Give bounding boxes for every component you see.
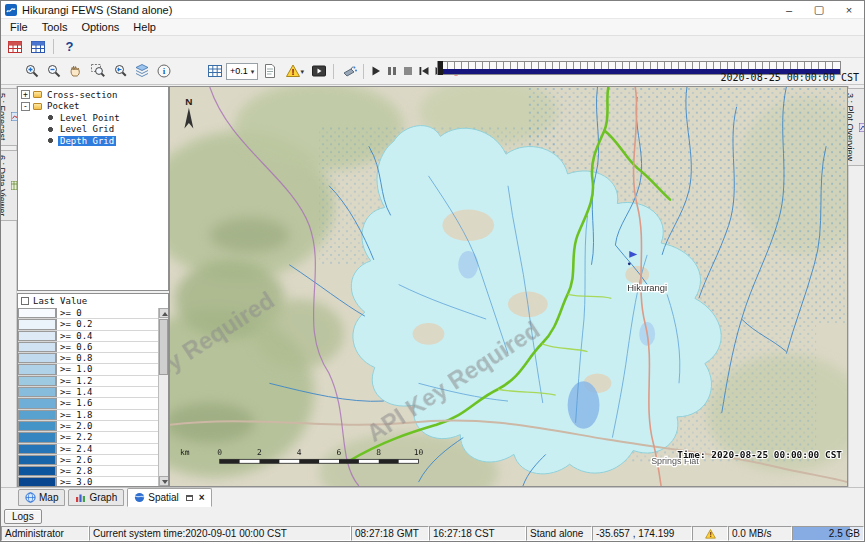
legend-swatch (18, 466, 56, 476)
float-window-icon[interactable] (186, 495, 193, 501)
legend-swatch (18, 353, 56, 363)
legend-list: >= 0 >= 0.2 >= 0.4 (18, 308, 168, 486)
status-download-rate: 0.0 MB/s (728, 526, 792, 541)
pan-hand-icon[interactable] (65, 61, 86, 81)
legend-row: >= 2.4 (18, 444, 158, 455)
legend-label: >= 0.6 (56, 342, 158, 352)
legend-swatch (18, 432, 56, 442)
tree-item[interactable]: Level Point (18, 112, 168, 124)
tree-item-label: Depth Grid (58, 136, 116, 146)
svg-text:2: 2 (257, 448, 262, 457)
tab-spatial[interactable]: Spatial × (127, 488, 211, 507)
legend-label: >= 1.6 (56, 398, 158, 408)
zoom-region-icon[interactable] (87, 61, 108, 81)
skip-start-icon[interactable] (416, 62, 431, 80)
status-memory: 2.5 GB (792, 526, 864, 541)
tree-expander-icon[interactable]: - (21, 102, 30, 111)
logs-row: Logs (1, 507, 864, 526)
legend-row: >= 0.6 (18, 342, 158, 353)
minimize-button[interactable]: – (774, 1, 804, 18)
chevron-down-icon: ▾ (301, 68, 305, 75)
maximize-button[interactable]: ▢ (804, 1, 834, 18)
svg-text:0: 0 (217, 448, 222, 457)
status-bar: Administrator Current system time:2020-0… (1, 526, 864, 541)
zoom-out-icon[interactable] (43, 61, 64, 81)
tab-forecast-label: 5 : Forecast (0, 93, 7, 141)
spatial-sphere-icon (134, 492, 145, 503)
legend-row: >= 2.6 (18, 455, 158, 466)
app-window: Hikurangi FEWS (Stand alone) – ▢ × File … (0, 0, 865, 542)
tree-item[interactable]: Depth Grid (18, 135, 168, 147)
tree-node-icon (33, 91, 42, 98)
tree-node-icon (46, 125, 55, 134)
tree-node-icon (33, 103, 42, 110)
pause-icon[interactable] (384, 62, 399, 80)
bottom-tab-bar: Map Graph Spatial × (1, 487, 864, 507)
legend-label: >= 0.8 (56, 353, 158, 363)
legend-row: >= 1.0 (18, 364, 158, 375)
legend-swatch (18, 398, 56, 408)
svg-text:N: N (185, 96, 192, 107)
timeseries-document-icon[interactable] (259, 61, 280, 81)
legend-row: >= 2.8 (18, 466, 158, 477)
legend-panel: Last Value >= 0 >= 0.2 (17, 293, 169, 487)
map-canvas[interactable]: API Key Required API Key Required N Hiku… (170, 87, 847, 486)
legend-row: >= 0 (18, 308, 158, 319)
legend-swatch (18, 421, 56, 431)
grid-display-icon[interactable] (204, 61, 225, 81)
time-slider-handle[interactable] (438, 61, 443, 75)
legend-label: >= 0.4 (56, 331, 158, 341)
tree-item[interactable]: + Cross-section (18, 89, 168, 101)
tab-close-icon[interactable]: × (199, 492, 205, 503)
tree-expander-icon[interactable]: + (21, 90, 30, 99)
status-local-time: 16:27:18 CST (429, 526, 526, 541)
scale-unit: km (180, 448, 190, 457)
scroll-up-icon[interactable] (159, 308, 169, 318)
explorer-panel-icon[interactable] (4, 37, 25, 57)
threshold-combo[interactable]: +0.1 ▾ (226, 63, 258, 80)
menu-item[interactable]: Options (74, 20, 126, 34)
tab-graph[interactable]: Graph (68, 489, 124, 506)
layers-icon[interactable] (131, 61, 152, 81)
menu-item[interactable]: Tools (35, 20, 75, 34)
logs-button[interactable]: Logs (4, 509, 42, 524)
map-area[interactable]: API Key Required API Key Required N Hiku… (169, 86, 848, 487)
tab-map-label: Map (39, 492, 58, 503)
tree-item-label: Pocket (45, 101, 82, 111)
threshold-value: +0.1 (230, 66, 248, 76)
play-icon[interactable] (368, 62, 383, 80)
legend-row: >= 0.2 (18, 319, 158, 330)
legend-swatch (18, 376, 56, 386)
zoom-previous-icon[interactable] (109, 61, 130, 81)
close-button[interactable]: × (834, 1, 864, 18)
chevron-down-icon: ▾ (251, 68, 255, 75)
toolbar-separator (333, 64, 334, 79)
legend-scrollbar[interactable] (158, 308, 168, 486)
stop-icon[interactable] (400, 62, 415, 80)
menu-item[interactable]: Help (126, 20, 163, 34)
tree-item-label: Cross-section (45, 90, 119, 100)
status-gmt-time: 08:27:18 GMT (351, 526, 429, 541)
export-snapshot-icon[interactable] (338, 61, 359, 81)
legend-swatch (18, 364, 56, 374)
tree-item[interactable]: Level Grid (18, 124, 168, 136)
info-icon[interactable]: i (153, 61, 174, 81)
legend-row: >= 1.2 (18, 376, 158, 387)
scrollbar-thumb[interactable] (159, 319, 168, 375)
help-icon[interactable]: ? (59, 37, 80, 57)
database-panel-icon[interactable] (27, 37, 48, 57)
scroll-down-icon[interactable] (159, 476, 169, 486)
menu-item[interactable]: File (3, 20, 35, 34)
tab-map[interactable]: Map (18, 489, 65, 506)
legend-row: >= 1.8 (18, 410, 158, 421)
svg-text:8: 8 (376, 448, 381, 457)
tree-item[interactable]: - Pocket (18, 101, 168, 113)
last-value-checkbox[interactable] (21, 297, 29, 305)
animation-movie-icon[interactable] (308, 61, 329, 81)
app-logo-icon (5, 4, 17, 16)
thresholds-warning-icon[interactable]: ! ▾ (281, 61, 307, 81)
zoom-in-icon[interactable] (21, 61, 42, 81)
legend-label: >= 2.6 (56, 455, 158, 465)
legend-label: >= 2.0 (56, 421, 158, 431)
status-warning-cell[interactable]: ! (692, 526, 728, 541)
